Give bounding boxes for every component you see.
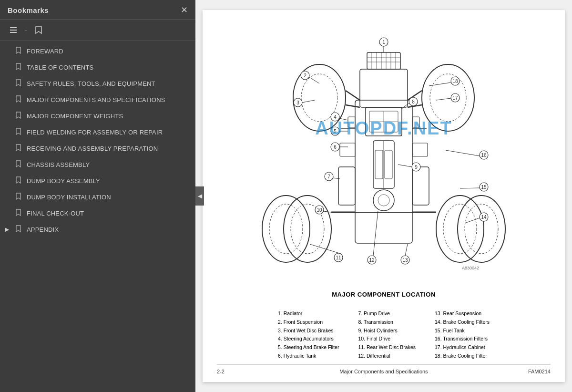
- footer-center: Major Components and Specifications: [328, 369, 439, 374]
- expand-arrow-icon: ▶: [5, 226, 10, 233]
- svg-rect-49: [348, 117, 355, 127]
- bookmark-label: FINAL CHECK-OUT: [27, 210, 84, 217]
- sidebar-header: Bookmarks ✕: [0, 0, 195, 20]
- bookmark-item-appendix[interactable]: ▶APPENDIX: [0, 221, 195, 237]
- svg-text:18: 18: [452, 79, 458, 84]
- legend-item: 2. Front Suspension: [278, 318, 339, 327]
- svg-line-71: [333, 178, 340, 179]
- legend-col-3: 13. Rear Suspension 14. Brake Cooling Fi…: [435, 309, 490, 361]
- bookmark-label: SAFETY RULES, TOOLS, AND EQUIPMENT: [27, 80, 155, 87]
- svg-point-40: [269, 204, 303, 254]
- svg-rect-2: [10, 32, 17, 33]
- bookmark-icon: [15, 144, 23, 153]
- svg-line-83: [310, 244, 341, 254]
- diagram-svg-container: 1 2 3 4: [217, 24, 551, 301]
- bookmark-label: CHASSIS ASSEMBLY: [27, 161, 90, 168]
- svg-line-92: [465, 218, 480, 223]
- svg-line-18: [346, 91, 360, 100]
- svg-text:13: 13: [402, 258, 408, 263]
- legend-item: 15. Fuel Tank: [435, 327, 490, 335]
- svg-text:8: 8: [412, 99, 415, 104]
- svg-line-19: [346, 105, 360, 107]
- svg-line-101: [436, 98, 451, 100]
- bookmark-item-field-welding[interactable]: FIELD WELDING FOR ASSEMBLY OR REPAIR: [0, 124, 195, 140]
- svg-text:3: 3: [296, 100, 299, 105]
- svg-rect-45: [338, 167, 355, 205]
- legend-item: 12. Differential: [358, 352, 416, 361]
- bookmark-icon: [15, 209, 23, 218]
- main-content: AUTOPDF.NET: [195, 0, 572, 392]
- svg-text:14: 14: [481, 215, 487, 220]
- bookmark-label: FOREWARD: [27, 48, 63, 55]
- svg-rect-50: [412, 117, 419, 127]
- svg-text:12: 12: [369, 258, 375, 263]
- svg-point-33: [378, 195, 389, 206]
- svg-point-32: [373, 190, 394, 211]
- bookmark-item-receiving[interactable]: RECEIVING AND ASSEMBLY PREPARATION: [0, 140, 195, 156]
- svg-rect-31: [385, 150, 392, 179]
- svg-rect-1: [10, 30, 17, 31]
- svg-text:11: 11: [336, 255, 341, 260]
- svg-point-42: [443, 204, 477, 254]
- bookmark-icon: [15, 128, 23, 137]
- svg-rect-47: [340, 143, 355, 156]
- bookmark-icon: [15, 47, 23, 56]
- sidebar-title: Bookmarks: [8, 6, 49, 14]
- sidebar: Bookmarks ✕ · FOREWARDTABLE OF CONTENTSS…: [0, 0, 195, 392]
- svg-text:15: 15: [481, 185, 487, 190]
- svg-rect-46: [412, 167, 429, 205]
- list-view-button[interactable]: [7, 23, 20, 37]
- svg-rect-5: [367, 52, 400, 69]
- legend-col-2: 7. Pump Drive 8. Transmission 9. Hoist C…: [358, 309, 416, 361]
- bookmark-item-dump-install[interactable]: DUMP BODY INSTALLATION: [0, 189, 195, 205]
- svg-text:2: 2: [304, 73, 306, 78]
- svg-rect-30: [375, 150, 383, 179]
- component-diagram: 1 2 3 4: [245, 24, 522, 291]
- bookmark-icon: [15, 79, 23, 88]
- legend-item: 17. Hydraulics Cabinet: [435, 343, 490, 352]
- bookmark-item-toc[interactable]: TABLE OF CONTENTS: [0, 59, 195, 75]
- bookmark-item-final[interactable]: FINAL CHECK-OUT: [0, 205, 195, 221]
- bookmark-item-dump-body[interactable]: DUMP BODY ASSEMBLY: [0, 173, 195, 189]
- bookmark-label: MAJOR COMPONENT WEIGHTS: [27, 113, 123, 120]
- page-footer: 2-2 Major Components and Specifications …: [217, 364, 551, 374]
- svg-line-56: [309, 77, 319, 83]
- bookmark-label: RECEIVING AND ASSEMBLY PREPARATION: [27, 145, 158, 152]
- bookmark-item-foreward[interactable]: FOREWARD: [0, 43, 195, 59]
- bookmark-icon: [15, 160, 23, 169]
- bookmark-icon: [15, 193, 23, 202]
- bookmark-item-major-components[interactable]: MAJOR COMPONENTS AND SPECIFICATIONS: [0, 92, 195, 108]
- page-number: 2-2: [217, 369, 328, 374]
- bookmark-icon: [15, 63, 23, 72]
- svg-rect-4: [360, 69, 408, 107]
- svg-text:17: 17: [452, 95, 458, 101]
- bookmark-item-major-weights[interactable]: MAJOR COMPONENT WEIGHTS: [0, 108, 195, 124]
- legend-item: 1. Radiator: [278, 309, 339, 318]
- bookmark-item-safety[interactable]: SAFETY RULES, TOOLS, AND EQUIPMENT: [0, 75, 195, 92]
- svg-text:4: 4: [334, 114, 337, 120]
- legend-item: 14. Brake Cooling Filters: [435, 318, 490, 327]
- bookmark-icon: [15, 112, 23, 121]
- svg-rect-0: [10, 27, 17, 28]
- diagram-title: MAJOR COMPONENT LOCATION: [332, 291, 436, 298]
- svg-text:1: 1: [382, 40, 385, 45]
- svg-text:16: 16: [481, 153, 487, 158]
- svg-line-95: [460, 188, 480, 188]
- bookmark-icon: [15, 225, 23, 234]
- bookmark-view-button[interactable]: [32, 23, 45, 37]
- parts-legend: 1. Radiator 2. Front Suspension 3. Front…: [273, 309, 494, 361]
- svg-line-104: [429, 83, 451, 86]
- bookmark-label: TABLE OF CONTENTS: [27, 64, 93, 71]
- sidebar-toggle-button[interactable]: ◀: [195, 186, 204, 206]
- legend-item: 18. Brake Cooling Filter: [435, 352, 490, 361]
- bookmark-item-chassis[interactable]: CHASSIS ASSEMBLY: [0, 156, 195, 173]
- bookmark-label: DUMP BODY INSTALLATION: [27, 194, 111, 201]
- bookmark-icon: [15, 95, 23, 104]
- toolbar-divider: ·: [24, 25, 28, 35]
- close-button[interactable]: ✕: [181, 6, 188, 14]
- svg-line-89: [405, 244, 408, 256]
- bookmark-label: MAJOR COMPONENTS AND SPECIFICATIONS: [27, 96, 165, 103]
- document-page: AUTOPDF.NET: [203, 10, 565, 382]
- sidebar-toolbar: ·: [0, 20, 195, 41]
- svg-text:6: 6: [334, 144, 337, 150]
